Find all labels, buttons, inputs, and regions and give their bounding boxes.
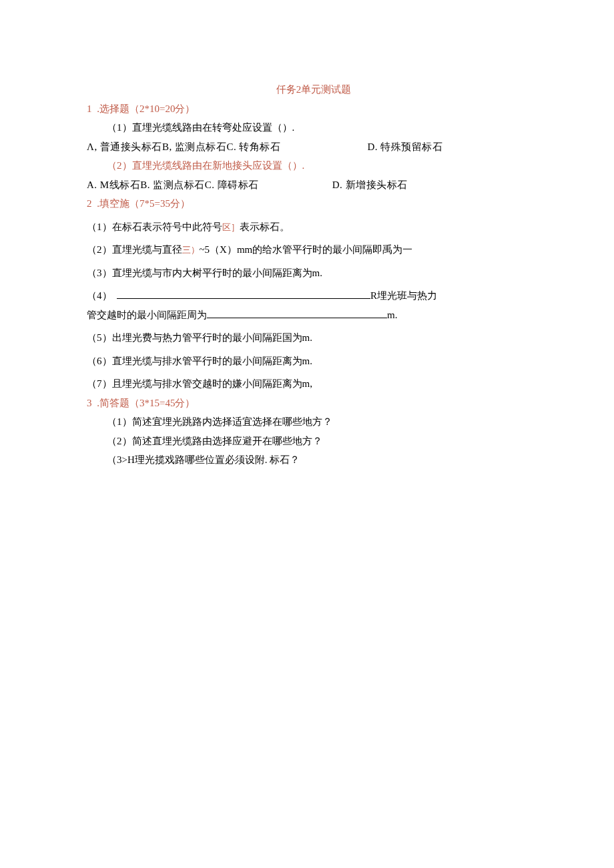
s2-f4-d: m. — [387, 310, 397, 320]
s2-f1-b: 表示标石。 — [240, 222, 290, 232]
s2-f1: （1）在标石表示符号中此符号区］表示标石。 — [87, 218, 541, 237]
s1-q2-opts-left: A. M线标石B. 监测点标石C. 障碍标石 — [87, 179, 259, 190]
s2-f2-symbol: 三） — [182, 245, 200, 255]
s2-f6: （6）直埋光缆与排水管平行时的最小间隔距离为m. — [87, 352, 541, 371]
s1-q2-opt-d: D. 新增接头标石 — [332, 175, 408, 195]
section-2-header: 2 .填空施（7*5=35分） — [87, 194, 541, 213]
s1-q2: （2）直埋光缆线路由在新地接头应设置（）. — [87, 156, 541, 175]
section-3-title: .简答题（3*15=45分） — [95, 398, 196, 408]
s2-f2: （2）直埋光缆与直径三）~5（X）mm的给水管平行时的最小间隔即禹为一 — [87, 240, 541, 260]
s2-f4-b: R埋光班与热力 — [370, 290, 437, 301]
s1-q1-opt-d: D. 特殊预留标石 — [367, 137, 442, 157]
page-title: 仟务2单元测试题 — [87, 80, 541, 99]
section-3-header: 3 .简答题（3*15=45分） — [87, 394, 541, 413]
s2-f4-blank2[interactable] — [207, 308, 387, 318]
section-1-header: 1 .选择题（2*10=20分） — [87, 99, 541, 119]
s2-f4-line1: （4） R埋光班与热力 — [87, 286, 541, 306]
s2-f2-b: ~5（X）mm的给水管平行时的最小间隔即禹为一 — [200, 244, 413, 255]
s2-f1-symbol: 区］ — [222, 222, 240, 232]
section-1-title: .选择题（2*10=20分） — [95, 103, 196, 114]
s1-q1: （1）直埋光缆线路由在转弯处应设置（）. — [87, 118, 541, 137]
s2-f5: （5）出埋光费与热力管平行时的最小间隔距国为m. — [87, 328, 541, 348]
section-2-number: 2 — [87, 198, 92, 209]
s1-q1-opts-left: Λ, 普通接头标石B, 监测点标石C. 转角标石 — [87, 141, 280, 152]
s3-a2: （2）简述直埋光缆路由选择应避开在哪些地方？ — [87, 432, 541, 451]
s1-q2-options: A. M线标石B. 监测点标石C. 障碍标石D. 新增接头标石 — [87, 175, 541, 195]
s2-f2-a: （2）直埋光缆与直径 — [87, 244, 182, 255]
s3-a3: （3>H理光揽戏路哪些位置必须设附. 标石？ — [87, 450, 541, 470]
s2-f4-line2: 管交越时的最小间隔距周为m. — [87, 306, 541, 325]
s2-f7: （7）且埋光缆与排水管交越时的嫌小间隔距离为m, — [87, 374, 541, 394]
s2-f1-a: （1）在标石表示符号中此符号 — [87, 222, 222, 232]
s2-f3: （3）直埋光缆与市内大树平行时的最小间隔距离为m. — [87, 264, 541, 283]
s2-f4-c: 管交越时的最小间隔距周为 — [87, 310, 207, 320]
s3-a1: （1）简述宜埋光跳路内选择适宜选择在哪些地方？ — [87, 412, 541, 432]
s2-f4-a: （4） — [87, 290, 112, 301]
s2-f4-blank1[interactable] — [117, 290, 370, 300]
s1-q2-text: （2）直埋光缆线路由在新地接头应设置（）. — [107, 160, 304, 171]
page-content: 仟务2单元测试题 1 .选择题（2*10=20分） （1）直埋光缆线路由在转弯处… — [0, 0, 614, 470]
section-1-number: 1 — [87, 103, 92, 114]
section-2-title: .填空施（7*5=35分） — [95, 198, 190, 209]
section-3-number: 3 — [87, 398, 92, 408]
s1-q1-options: Λ, 普通接头标石B, 监测点标石C. 转角标石D. 特殊预留标石 — [87, 137, 541, 157]
